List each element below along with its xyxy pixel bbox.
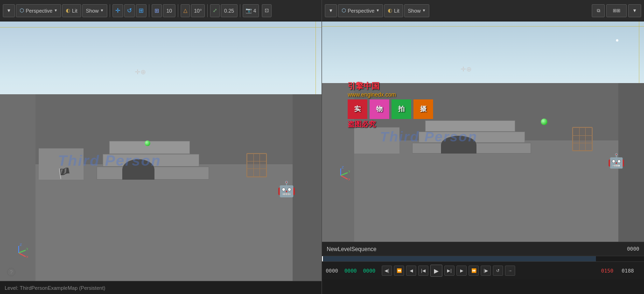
scale-snap-button[interactable]: ⤢ [210, 4, 220, 17]
left-viewport-dropdown[interactable]: ▼ [3, 4, 15, 17]
step-forward-button[interactable]: ⏩ [469, 266, 479, 276]
right-lit-label: Lit [394, 8, 399, 14]
svg-text:X: X [348, 177, 350, 182]
seq-current-time: 0000 [344, 268, 361, 274]
right-perspective-button[interactable]: ⬡ Perspective ▼ [338, 4, 383, 17]
maximize-button[interactable]: ⊡ [262, 4, 272, 17]
axis-indicator-left: X Y Z [9, 244, 30, 265]
scale-tool-button[interactable]: ⊞ [136, 4, 147, 17]
forward-arrow-icon: → [508, 268, 512, 273]
translate-tool-button[interactable]: ✛ [112, 4, 123, 17]
camera-gizmo-left: ✛⊕ [135, 68, 146, 76]
layout-icon: ⊞⊞ [613, 8, 620, 13]
seq-end-time-red: 0150 [601, 268, 620, 274]
play-icon: ▶ [434, 267, 439, 274]
green-sphere-left [145, 140, 150, 146]
perspective-label: Perspective [26, 8, 52, 14]
camera-speed-value: 4 [253, 8, 256, 14]
right-cage-object [572, 127, 593, 151]
right-robot-object: 🤖 [608, 153, 625, 169]
lit-label: Lit [72, 8, 77, 14]
frame-back-icon: |◀ [421, 268, 425, 273]
flag-object-left: 🏴 [58, 168, 70, 180]
sequencer-header: NewLevelSequence 0000 [322, 242, 644, 256]
forward-arrow-button[interactable]: → [505, 266, 515, 276]
svg-line-2 [19, 250, 26, 253]
chevron-down-icon4: ▼ [376, 8, 379, 13]
timeline-fill [322, 256, 596, 261]
right-stair-step2 [425, 120, 515, 132]
angle-snap-button[interactable]: △ [181, 4, 190, 17]
left-toolbar: ▼ ⬡ Perspective ▼ ◐ Lit Show ▼ ✛ ↺ ⊞ [0, 0, 322, 21]
sequencer-panel: NewLevelSequence 0000 0000 0000 0000 ◀| … [322, 242, 644, 294]
svg-line-0 [19, 253, 26, 257]
wall-right [293, 94, 322, 281]
right-stair-arch [441, 136, 476, 154]
svg-line-8 [341, 173, 348, 175]
left-perspective-button[interactable]: ⬡ Perspective ▼ [16, 4, 61, 17]
sequencer-title: NewLevelSequence [327, 246, 377, 252]
svg-text:Y: Y [26, 247, 28, 251]
timeline-playhead [322, 256, 323, 261]
go-to-start-button[interactable]: ◀| [382, 266, 392, 276]
perspective-icon: ⬡ [20, 7, 24, 14]
right-maximize-button[interactable]: ▼ [628, 4, 641, 17]
svg-text:Z: Z [20, 244, 22, 247]
step-back-icon: ⏪ [397, 268, 402, 273]
left-viewport: ▼ ⬡ Perspective ▼ ◐ Lit Show ▼ ✛ ↺ ⊞ [0, 0, 322, 294]
lit-icon2: ◐ [388, 7, 392, 14]
viewport-border-top [0, 27, 322, 28]
svg-line-6 [341, 175, 348, 179]
layout-button[interactable]: ⊞⊞ [606, 4, 627, 17]
scale-number: 0.25 [224, 8, 234, 14]
right-platform [354, 127, 399, 154]
help-icon-left[interactable]: ? [7, 268, 15, 276]
move-icon: ✛ [115, 7, 120, 14]
rotate-tool-button[interactable]: ↺ [124, 4, 135, 17]
camera-speed-button[interactable]: 📷 4 [243, 4, 259, 17]
step-fwd-icon: ⏩ [471, 268, 476, 273]
prev-key-button[interactable]: ◀ [406, 266, 416, 276]
right-toolbar-end: ⧉ ⊞⊞ ▼ [592, 4, 641, 17]
play-button[interactable]: ▶ [430, 265, 442, 277]
left-canvas[interactable]: Third Person 🤖 🏴 ✛⊕ X Y Z [0, 21, 322, 281]
right-wall-left [322, 83, 354, 242]
grid-number: 10 [166, 8, 172, 14]
go-to-end-button[interactable]: |▶ [481, 266, 491, 276]
right-lit-button[interactable]: ◐ Lit [384, 4, 403, 17]
right-show-button[interactable]: Show ▼ [404, 4, 429, 17]
grid-button[interactable]: ⊞ [152, 4, 162, 17]
left-show-button[interactable]: Show ▼ [82, 4, 107, 17]
cage-object-left [246, 153, 267, 177]
divider4 [207, 4, 208, 17]
svg-text:Y: Y [348, 169, 350, 174]
go-end-icon: |▶ [483, 268, 488, 273]
sequencer-end-frame: 0000 [627, 246, 640, 252]
loop-button[interactable]: ↺ [493, 266, 503, 276]
next-key-button[interactable]: ▶ [456, 266, 467, 276]
frame-forward-button[interactable]: ▶| [444, 266, 455, 276]
rotate-icon: ↺ [127, 7, 132, 14]
chevron-down-icon5: ▼ [422, 8, 426, 13]
step-back-button[interactable]: ⏪ [394, 266, 404, 276]
left-lit-button[interactable]: ◐ Lit [62, 4, 81, 17]
stair-arch [122, 159, 154, 180]
left-status-bar: Level: ThirdPersonExampleMap (Persistent… [0, 281, 322, 294]
chevron-down-icon: ▼ [7, 8, 11, 13]
right-viewport: ▼ ⬡ Perspective ▼ ◐ Lit Show ▼ ⧉ ⊞⊞ ▼ [322, 0, 644, 294]
scale-icon: ⊞ [139, 7, 144, 14]
scale-snap-icon: ⤢ [213, 7, 217, 14]
sequencer-timeline[interactable] [322, 256, 644, 262]
seq-total-time: 0188 [622, 268, 640, 274]
scale-value: 0.25 [221, 4, 237, 17]
right-border-top [322, 26, 644, 27]
right-green-sphere [541, 119, 547, 125]
frame-back-button[interactable]: |◀ [418, 266, 428, 276]
restore-button[interactable]: ⧉ [592, 4, 605, 17]
star-right [616, 39, 618, 42]
right-show-label: Show [408, 8, 421, 14]
right-canvas[interactable]: Third Person 🤖 ✛⊕ 引擎中国 www.enginedx.com [322, 21, 644, 242]
right-viewport-dropdown[interactable]: ▼ [325, 4, 337, 17]
right-toolbar: ▼ ⬡ Perspective ▼ ◐ Lit Show ▼ ⧉ ⊞⊞ ▼ [322, 0, 644, 21]
svg-text:Z: Z [342, 166, 344, 169]
